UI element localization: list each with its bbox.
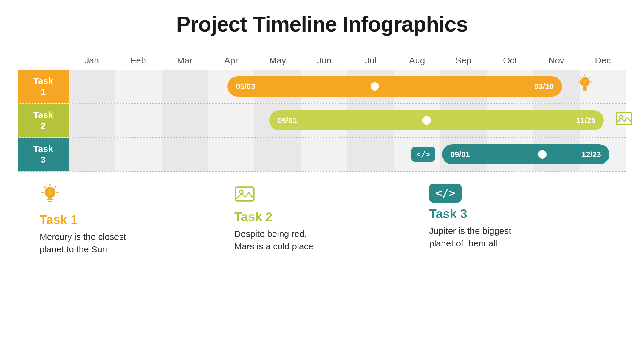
svg-rect-13: [48, 201, 52, 202]
bar-2-dot: [422, 116, 431, 125]
svg-point-21: [239, 190, 243, 194]
svg-rect-2: [583, 89, 587, 91]
task-label-1: Task1: [18, 70, 69, 103]
bar-overlay-1: 05/03 03/10 ⚡: [69, 70, 626, 103]
month-oct: Oct: [487, 51, 533, 70]
bar-overlay-2: 05/01 11/25: [69, 104, 626, 137]
svg-text:⚡: ⚡: [582, 79, 588, 85]
svg-rect-1: [583, 87, 587, 89]
bar-2-end: 11/25: [576, 116, 595, 125]
month-mar: Mar: [162, 51, 208, 70]
bar-1-start: 05/03: [236, 82, 255, 91]
month-jul: Jul: [347, 51, 394, 70]
task-bar-1: 05/03 03/10: [227, 76, 562, 97]
legend-desc-2: Despite being red,Mars is a cold place: [234, 228, 313, 253]
bar-2-start: 05/01: [278, 116, 297, 125]
gantt-chart: Jan Feb Mar Apr May Jun Jul Aug Sep Oct …: [18, 51, 626, 172]
bar-1-dot: [371, 82, 379, 91]
bar-3-start: 09/01: [451, 150, 470, 159]
legend-title-3: Task 3: [429, 207, 467, 221]
gantt-months-1: 05/03 03/10 ⚡: [69, 70, 626, 103]
page-title: Project Timeline Infographics: [176, 12, 468, 36]
task-2-icon: [615, 110, 633, 131]
svg-line-6: [580, 77, 581, 78]
month-apr: Apr: [208, 51, 254, 70]
legend-item-2: Task 2 Despite being red,Mars is a cold …: [234, 184, 410, 256]
month-nov: Nov: [533, 51, 580, 70]
legend-item-3: </> Task 3 Jupiter is the biggestplanet …: [429, 184, 604, 256]
gantt-months-3: </> 09/01 12/23: [69, 138, 626, 171]
bar-overlay-3: </> 09/01 12/23: [69, 138, 626, 171]
task-bar-2: 05/01 11/25: [269, 110, 604, 130]
legend-icon-3: </>: [429, 184, 462, 203]
task-label-3: Task3: [18, 138, 69, 171]
month-feb: Feb: [115, 51, 162, 70]
task-row-2: Task2 05/01 11/25: [18, 104, 626, 138]
month-header: Jan Feb Mar Apr May Jun Jul Aug Sep Oct …: [69, 51, 626, 70]
month-jun: Jun: [301, 51, 347, 70]
month-sep: Sep: [440, 51, 487, 70]
bar-1-end: 03/10: [534, 82, 554, 91]
legend-desc-3: Jupiter is the biggestplanet of them all: [429, 225, 511, 250]
legend-title-2: Task 2: [234, 210, 273, 224]
task-label-2: Task2: [18, 104, 69, 137]
task-row-3: Task3 </> 09/01 12: [18, 138, 626, 172]
month-jan: Jan: [69, 51, 115, 70]
bar-3-end: 12/23: [582, 150, 601, 159]
legend-desc-1: Mercury is the closestplanet to the Sun: [40, 231, 126, 256]
svg-line-17: [44, 187, 45, 187]
task-1-icon: ⚡: [576, 74, 594, 99]
legend: ⚡ Task 1 Mercury is the closestplanet to…: [18, 184, 626, 256]
gantt-months-2: 05/01 11/25: [69, 104, 626, 137]
task-row-1: Task1 05/03 03/10: [18, 70, 626, 104]
svg-line-18: [55, 187, 56, 187]
svg-line-7: [589, 77, 590, 78]
legend-item-1: ⚡ Task 1 Mercury is the closestplanet to…: [40, 184, 215, 256]
legend-icon-2: [234, 184, 255, 206]
month-dec: Dec: [580, 51, 626, 70]
legend-title-1: Task 1: [40, 213, 78, 227]
svg-rect-20: [236, 187, 254, 201]
svg-point-10: [620, 115, 623, 118]
task-bar-3: 09/01 12/23: [442, 144, 609, 164]
svg-text:⚡: ⚡: [47, 189, 53, 195]
bar-3-dot: [538, 150, 547, 159]
month-may: May: [254, 51, 301, 70]
svg-rect-12: [47, 198, 53, 200]
svg-rect-9: [616, 113, 632, 125]
legend-icon-1: ⚡: [40, 184, 61, 209]
month-aug: Aug: [394, 51, 440, 70]
task-3-pre-icon: </>: [411, 147, 435, 162]
